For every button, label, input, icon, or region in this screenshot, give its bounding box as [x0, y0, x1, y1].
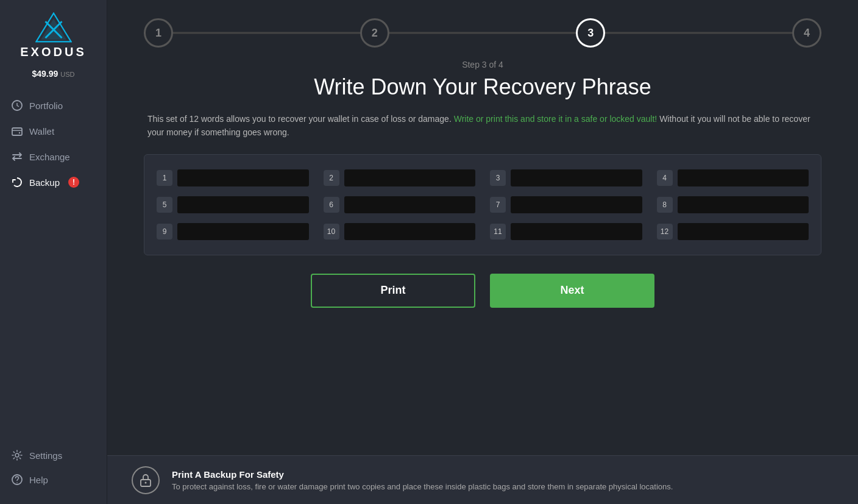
main-content: 1 2 3 4 Step 3 of 4 Write Down Your Reco… — [107, 0, 858, 504]
action-buttons: Print Next — [311, 274, 654, 308]
sidebar-item-backup[interactable]: Backup ! — [0, 170, 107, 194]
settings-label: Settings — [29, 450, 62, 461]
word-num-8: 8 — [657, 197, 673, 213]
lock-icon — [132, 466, 160, 494]
sidebar-item-help[interactable]: Help — [0, 467, 107, 492]
stepper-steps: 1 2 3 4 — [144, 18, 821, 48]
description-highlight: Write or print this and store it in a sa… — [454, 114, 658, 124]
word-box-1 — [177, 169, 309, 186]
word-item-5: 5 — [157, 196, 309, 213]
word-num-9: 9 — [157, 224, 172, 240]
word-num-10: 10 — [324, 224, 339, 240]
word-num-12: 12 — [657, 224, 673, 240]
wallet-label: Wallet — [29, 126, 54, 137]
step-label: Step 3 of 4 — [462, 60, 503, 69]
backup-alert-badge: ! — [68, 177, 79, 188]
exodus-logo-icon — [35, 12, 72, 43]
svg-point-6 — [19, 132, 20, 133]
exchange-icon — [11, 151, 23, 163]
help-label: Help — [29, 475, 48, 485]
word-num-6: 6 — [324, 197, 339, 213]
sidebar-item-settings[interactable]: Settings — [0, 443, 107, 467]
svg-point-9 — [16, 482, 18, 483]
bottom-banner: Print A Backup For Safety To protect aga… — [107, 455, 858, 504]
word-item-12: 12 — [657, 223, 809, 240]
app-name: EXODUS — [20, 45, 86, 59]
word-item-6: 6 — [324, 196, 476, 213]
step-2: 2 — [360, 18, 389, 48]
word-box-4 — [678, 169, 809, 186]
banner-title: Print A Backup For Safety — [172, 469, 673, 480]
nav-menu: Portfolio Wallet Exchange Backup ! — [0, 93, 107, 194]
next-button[interactable]: Next — [490, 274, 654, 308]
progress-stepper: 1 2 3 4 — [144, 18, 821, 48]
word-num-4: 4 — [657, 170, 673, 186]
backup-icon — [11, 176, 23, 188]
portfolio-icon — [11, 99, 23, 112]
settings-icon — [11, 449, 23, 461]
help-icon — [11, 474, 23, 486]
sidebar-item-exchange[interactable]: Exchange — [0, 144, 107, 169]
word-box-9 — [177, 223, 309, 240]
logo-area: EXODUS — [20, 12, 86, 59]
svg-point-7 — [15, 453, 19, 457]
svg-point-11 — [145, 481, 147, 483]
description-plain: This set of 12 words allows you to recov… — [147, 114, 454, 124]
word-box-5 — [177, 196, 309, 213]
content-area: 1 2 3 4 Step 3 of 4 Write Down Your Reco… — [107, 0, 858, 455]
sidebar-item-wallet[interactable]: Wallet — [0, 119, 107, 143]
word-box-2 — [344, 169, 476, 186]
step-1: 1 — [144, 18, 173, 48]
word-grid: 1 2 3 4 — [157, 169, 809, 240]
step-4: 4 — [792, 18, 821, 48]
word-num-1: 1 — [157, 170, 172, 186]
word-item-11: 11 — [490, 223, 642, 240]
word-item-10: 10 — [324, 223, 476, 240]
word-box-12 — [678, 223, 809, 240]
word-item-4: 4 — [657, 169, 809, 186]
portfolio-label: Portfolio — [29, 101, 63, 111]
wallet-icon — [11, 125, 23, 137]
word-box-7 — [511, 196, 642, 213]
word-num-5: 5 — [157, 197, 172, 213]
word-box-10 — [344, 223, 476, 240]
word-num-11: 11 — [490, 224, 506, 240]
sidebar: EXODUS $49.99 USD Portfolio Wallet Excha… — [0, 0, 107, 504]
price-currency: USD — [60, 71, 74, 78]
backup-label: Backup — [29, 177, 60, 188]
banner-desc: To protect against loss, fire or water d… — [172, 482, 673, 491]
step-3: 3 — [576, 18, 605, 48]
word-item-1: 1 — [157, 169, 309, 186]
word-item-7: 7 — [490, 196, 642, 213]
banner-text: Print A Backup For Safety To protect aga… — [172, 469, 673, 491]
word-num-2: 2 — [324, 170, 339, 186]
word-box-6 — [344, 196, 476, 213]
word-item-8: 8 — [657, 196, 809, 213]
word-box-8 — [678, 196, 809, 213]
word-item-9: 9 — [157, 223, 309, 240]
sidebar-bottom: Settings Help — [0, 443, 107, 492]
recovery-phrase-grid: 1 2 3 4 — [144, 154, 821, 255]
word-box-11 — [511, 223, 642, 240]
word-item-2: 2 — [324, 169, 476, 186]
print-button[interactable]: Print — [311, 274, 475, 308]
svg-rect-5 — [12, 128, 22, 135]
page-title: Write Down Your Recovery Phrase — [314, 74, 651, 100]
description-text: This set of 12 words allows you to recov… — [147, 112, 818, 140]
word-num-7: 7 — [490, 197, 506, 213]
word-num-3: 3 — [490, 170, 506, 186]
sidebar-item-portfolio[interactable]: Portfolio — [0, 93, 107, 118]
price-amount: $49.99 — [32, 69, 58, 79]
exchange-label: Exchange — [29, 152, 70, 162]
word-item-3: 3 — [490, 169, 642, 186]
word-box-3 — [511, 169, 642, 186]
price-display: $49.99 USD — [32, 69, 75, 79]
